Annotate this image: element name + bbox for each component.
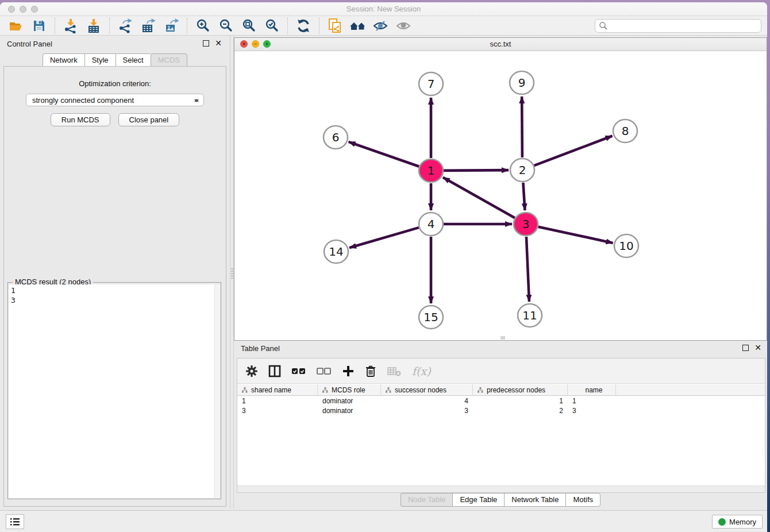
optimization-criterion-label: Optimization criterion:	[4, 79, 226, 88]
tab-network-table[interactable]: Network Table	[504, 493, 565, 507]
tab-mcds[interactable]: MCDS	[151, 53, 187, 67]
node-table[interactable]: shared nameMCDS rolesuccessor nodesprede…	[237, 384, 765, 485]
edge-4-14[interactable]	[349, 228, 419, 248]
graph-node-label: 9	[518, 76, 526, 90]
search-input[interactable]	[608, 22, 761, 30]
table-toolbar: f(x)	[237, 358, 765, 384]
control-panel-title: Control Panel	[7, 40, 52, 48]
zoom-fit-button[interactable]	[240, 18, 257, 34]
column-header-successor-nodes[interactable]: successor nodes	[381, 384, 473, 395]
select-all-icon[interactable]	[291, 366, 306, 376]
mcds-panel-body: Optimization criterion: strongly connect…	[3, 66, 226, 507]
run-mcds-button[interactable]: Run MCDS	[51, 113, 110, 126]
open-folder-icon	[9, 19, 24, 33]
control-panel: Control Panel ✕ Network Style Select MCD…	[0, 37, 230, 510]
tab-style[interactable]: Style	[84, 53, 116, 67]
export-image-button[interactable]	[163, 18, 180, 34]
float-panel-icon[interactable]	[203, 40, 209, 47]
gear-icon[interactable]	[245, 365, 258, 377]
table-frame: f(x) shared nameMCDS rolesuccessor nodes…	[237, 358, 765, 493]
graph-node-label: 6	[332, 130, 340, 144]
tab-motifs[interactable]: Motifs	[565, 493, 600, 507]
edge-2-9[interactable]	[522, 97, 522, 157]
close-panel-icon[interactable]: ✕	[215, 39, 222, 47]
export-image-icon	[164, 18, 179, 33]
import-network-button[interactable]	[62, 18, 79, 34]
hide-graphics-button[interactable]	[372, 18, 390, 34]
close-panel-button[interactable]: Close panel	[118, 113, 180, 126]
import-table-icon	[86, 18, 101, 33]
network-hscroll-thumb[interactable]	[500, 336, 505, 340]
table-cell: 3	[568, 407, 616, 415]
edge-3-11[interactable]	[526, 237, 529, 302]
hierarchy-icon	[386, 387, 391, 393]
column-header-predecessor-nodes[interactable]: predecessor nodes	[473, 384, 568, 395]
optimization-criterion-select[interactable]: strongly connected component	[26, 94, 204, 106]
import-table-button[interactable]	[85, 18, 102, 34]
edge-2-3[interactable]	[523, 183, 525, 210]
selected-option: strongly connected component	[32, 96, 134, 105]
graph-node-label: 15	[424, 310, 438, 324]
function-builder-icon-disabled: f(x)	[412, 365, 431, 377]
table-rows: 1dominator4113dominator323	[237, 396, 765, 415]
edge-1-2[interactable]	[444, 170, 509, 171]
export-table-button[interactable]	[140, 18, 157, 34]
table-header-row: shared nameMCDS rolesuccessor nodesprede…	[237, 384, 765, 396]
delete-column-icon[interactable]	[365, 365, 376, 377]
splitter-grip-icon[interactable]	[231, 268, 233, 279]
column-header-name[interactable]: name	[568, 384, 616, 395]
float-table-panel-icon[interactable]	[742, 345, 749, 351]
zoom-in-button[interactable]	[194, 18, 211, 34]
edge-3-1[interactable]	[443, 178, 515, 218]
table-cell: dominator	[318, 407, 381, 415]
graph-node-label: 1	[428, 164, 435, 178]
memory-button[interactable]: Memory	[712, 515, 763, 529]
export-network-icon	[118, 18, 133, 33]
tab-node-table[interactable]: Node Table	[401, 493, 453, 507]
search-box[interactable]	[595, 19, 761, 33]
refresh-view-button[interactable]	[295, 18, 312, 34]
tab-edge-table[interactable]: Edge Table	[452, 493, 504, 507]
columns-icon[interactable]	[268, 365, 281, 377]
refresh-icon	[296, 18, 311, 33]
zoom-out-icon	[218, 18, 233, 33]
tab-network[interactable]: Network	[43, 53, 84, 67]
close-table-panel-icon[interactable]: ✕	[754, 344, 761, 352]
edge-1-6[interactable]	[349, 142, 419, 167]
zoom-out-button[interactable]	[217, 18, 234, 34]
show-graphics-button[interactable]	[395, 18, 413, 34]
table-row[interactable]: 3dominator323	[237, 406, 765, 415]
save-session-button[interactable]	[30, 18, 48, 34]
open-session-button[interactable]	[7, 18, 25, 34]
network-graph[interactable]: 7968124314101511	[234, 51, 767, 340]
add-column-icon[interactable]	[342, 365, 355, 377]
eye-icon	[396, 19, 412, 33]
mcds-result-text[interactable]: 1 3	[9, 284, 214, 498]
column-header-MCDS-role[interactable]: MCDS role	[318, 384, 381, 395]
deselect-all-icon[interactable]	[317, 366, 332, 376]
graph-node-label: 8	[622, 124, 629, 138]
graph-node-label: 4	[428, 217, 435, 231]
table-row[interactable]: 1dominator411	[237, 396, 765, 406]
edge-3-10[interactable]	[538, 227, 613, 243]
column-header-shared-name[interactable]: shared name	[237, 384, 318, 395]
eye-slash-icon	[373, 19, 389, 33]
tab-select[interactable]: Select	[116, 53, 151, 67]
clone-network-button[interactable]	[326, 18, 344, 34]
export-network-button[interactable]	[117, 18, 134, 34]
table-panel-header: Table Panel ✕	[234, 342, 767, 356]
edge-2-8[interactable]	[534, 136, 613, 166]
zoom-selected-button[interactable]	[263, 18, 280, 34]
task-history-button[interactable]	[6, 514, 24, 529]
delete-table-icon-disabled	[387, 365, 402, 377]
table-bottom-strip	[237, 485, 765, 492]
home-layout-button[interactable]	[349, 18, 367, 34]
result-scrollbar[interactable]	[214, 284, 220, 498]
zoom-in-icon	[195, 18, 210, 33]
graph-node-label: 10	[619, 239, 633, 253]
result-line: 1	[11, 286, 212, 295]
panel-splitter[interactable]	[230, 36, 234, 508]
network-view-window: × − + scc.txt 7968124314101511	[234, 37, 767, 341]
toolbar-separator	[187, 18, 187, 34]
window-title: Session: New Session	[0, 5, 767, 13]
